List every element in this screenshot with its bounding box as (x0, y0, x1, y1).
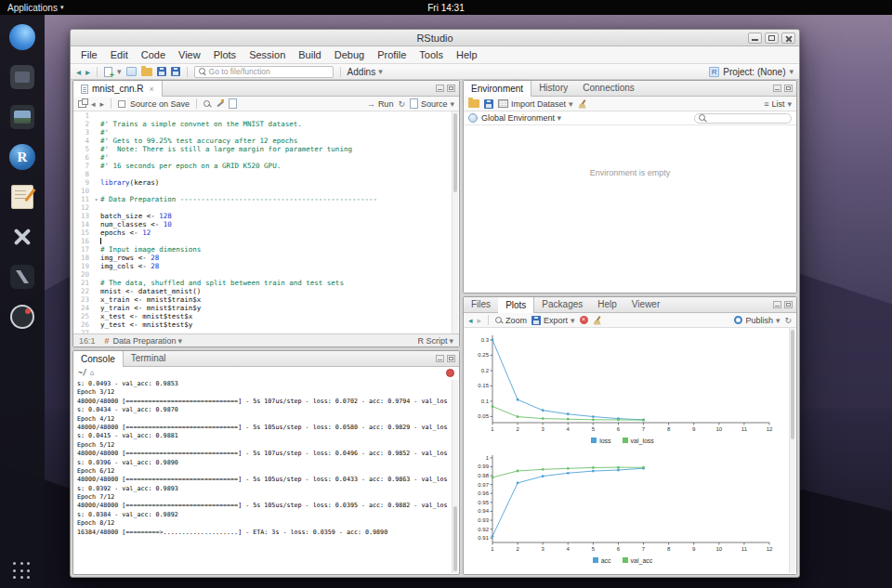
dock-icon-files[interactable] (7, 62, 37, 92)
clear-plots-icon[interactable] (593, 316, 602, 325)
zoom-button[interactable]: Zoom (495, 316, 527, 325)
tab-terminal[interactable]: Terminal (124, 351, 174, 366)
scrollbar-thumb[interactable] (453, 506, 457, 571)
file-type-selector[interactable]: R Script ▾ (417, 336, 453, 346)
back-icon[interactable]: ◂ (76, 67, 81, 77)
export-dropdown[interactable]: Export ▾ (531, 316, 575, 325)
code-line-12[interactable]: 12 (73, 203, 459, 212)
code-line-13[interactable]: 13batch_size <- 128 (73, 212, 459, 220)
compile-report-icon[interactable] (229, 98, 237, 109)
source-on-save-checkbox[interactable] (118, 100, 125, 108)
code-line-21[interactable]: 21# The data, shuffled and split between… (73, 279, 459, 287)
plots-scrollbar[interactable] (789, 328, 795, 573)
close-tab-icon[interactable]: × (150, 82, 154, 97)
addins-dropdown[interactable]: Addins ▾ (348, 67, 383, 77)
maximize-pane-button[interactable] (447, 85, 455, 92)
tab-packages[interactable]: Packages (534, 297, 590, 312)
code-line-26[interactable]: 26y_test <- mnist$test$y (73, 320, 459, 329)
next-plot-icon[interactable]: ▸ (478, 316, 482, 325)
menu-code[interactable]: Code (135, 46, 172, 64)
tab-plots[interactable]: Plots (498, 297, 534, 313)
applications-menu[interactable]: Applications ▾ (0, 3, 71, 13)
code-line-4[interactable]: 4#' Gets to 99.25% test accuracy after 1… (73, 137, 459, 145)
scrollbar-thumb[interactable] (453, 113, 457, 192)
publish-dropdown[interactable]: Publish ▾ (734, 316, 780, 325)
scope-selector[interactable]: # Data Preparation ▾ (105, 336, 183, 346)
code-line-11[interactable]: 11▾# Data Preparation ------------------… (73, 195, 459, 203)
tab-connections[interactable]: Connections (575, 81, 642, 96)
find-icon[interactable] (203, 100, 211, 108)
menu-file[interactable]: File (74, 46, 104, 64)
code-editor[interactable]: 12#' Trains a simple convnet on the MNIS… (73, 111, 459, 333)
tab-files[interactable]: Files (464, 297, 498, 312)
console-scrollbar[interactable] (452, 380, 458, 573)
remove-plot-icon[interactable]: × (580, 316, 588, 324)
new-file-icon[interactable] (104, 67, 112, 77)
code-line-19[interactable]: 19img_cols <- 28 (73, 262, 459, 270)
load-workspace-icon[interactable] (468, 99, 479, 108)
minimize-pane-button[interactable] (773, 85, 781, 92)
code-line-25[interactable]: 25x_test <- mnist$test$x (73, 312, 459, 320)
new-project-icon[interactable] (126, 67, 137, 76)
code-line-9[interactable]: 9library(keras) (73, 178, 459, 187)
menu-view[interactable]: View (172, 46, 207, 64)
tab-help[interactable]: Help (590, 297, 624, 312)
menu-debug[interactable]: Debug (328, 46, 371, 64)
dock-icon-text-editor[interactable] (7, 182, 37, 212)
tab-viewer[interactable]: Viewer (624, 297, 667, 312)
save-all-icon[interactable] (171, 67, 180, 76)
save-workspace-icon[interactable] (484, 99, 493, 109)
close-button[interactable] (781, 33, 795, 44)
minimize-pane-button[interactable] (436, 85, 444, 92)
code-line-6[interactable]: 6#' (73, 153, 459, 162)
minimize-button[interactable] (748, 33, 762, 44)
tab-console[interactable]: Console (73, 351, 124, 367)
nav-forward-icon[interactable]: ▸ (100, 99, 105, 109)
rerun-icon[interactable]: ↻ (398, 99, 405, 109)
maximize-pane-button[interactable] (784, 85, 793, 92)
home-icon[interactable]: ⌂ (90, 369, 95, 377)
forward-icon[interactable]: ▸ (85, 67, 90, 77)
menu-profile[interactable]: Profile (371, 46, 413, 64)
code-line-5[interactable]: 5#' Note: There is still a large margin … (73, 145, 459, 153)
dock-icon-dark-app[interactable] (7, 262, 37, 292)
source-button[interactable]: Source ▾ (410, 98, 454, 109)
maximize-button[interactable] (765, 33, 779, 44)
code-line-2[interactable]: 2#' Trains a simple convnet on the MNIST… (73, 120, 459, 128)
tab-history[interactable]: History (531, 81, 575, 96)
run-button[interactable]: → Run (367, 99, 394, 109)
maximize-pane-button[interactable] (447, 355, 455, 362)
dock-icon-rstudio[interactable]: R (7, 142, 37, 172)
menu-help[interactable]: Help (450, 46, 484, 64)
editor-scrollbar[interactable] (452, 111, 458, 333)
maximize-pane-button[interactable] (784, 301, 793, 308)
code-line-16[interactable]: 16 (73, 237, 459, 245)
open-file-icon[interactable] (141, 68, 152, 76)
menu-build[interactable]: Build (292, 46, 327, 64)
nav-back-icon[interactable]: ◂ (91, 99, 96, 109)
previous-plot-icon[interactable]: ◂ (468, 316, 473, 325)
window-title-bar[interactable]: RStudio (71, 30, 799, 46)
menu-edit[interactable]: Edit (104, 46, 135, 64)
project-selector[interactable]: R Project: (None) ▾ (709, 67, 794, 77)
code-line-20[interactable]: 20 (73, 270, 459, 279)
dock-icon-browser[interactable] (7, 22, 37, 52)
save-icon[interactable] (157, 67, 166, 76)
environment-scope-dropdown[interactable]: Global Environment ▾ (481, 113, 561, 123)
code-line-24[interactable]: 24y_train <- mnist$train$y (73, 304, 459, 312)
console-output[interactable]: s: 0.0493 - val_acc: 0.9853Epoch 3/12480… (77, 380, 450, 572)
code-line-10[interactable]: 10 (73, 187, 459, 195)
code-line-23[interactable]: 23x_train <- mnist$train$x (73, 295, 459, 304)
import-dataset-dropdown[interactable]: Import Dataset ▾ (498, 99, 573, 109)
menu-plots[interactable]: Plots (207, 46, 243, 64)
code-line-17[interactable]: 17# Input image dimensions (73, 245, 459, 254)
menu-session[interactable]: Session (243, 46, 292, 64)
code-line-22[interactable]: 22mnist <- dataset_mnist() (73, 287, 459, 295)
popout-icon[interactable] (78, 100, 86, 108)
dock-icon-recorder[interactable] (7, 302, 37, 332)
code-line-15[interactable]: 15epochs <- 12 (73, 229, 459, 237)
tab-mnist-cnn-r[interactable]: mnist_cnn.R × (73, 81, 163, 97)
list-view-dropdown[interactable]: ≡ List ▾ (764, 99, 792, 109)
tab-environment[interactable]: Environment (464, 81, 531, 97)
code-tools-icon[interactable] (216, 99, 224, 108)
